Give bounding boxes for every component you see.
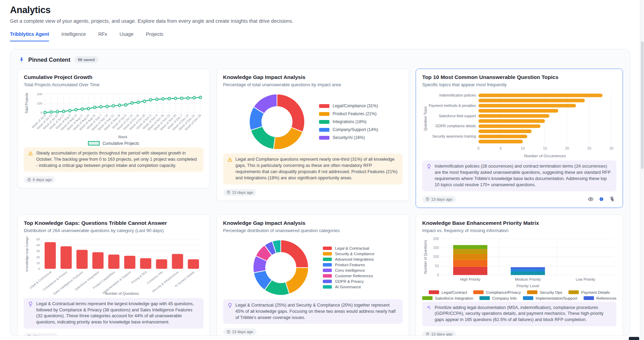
pin-icon	[19, 57, 24, 63]
bar[interactable]	[478, 124, 541, 128]
legend-item[interactable]: Legal/Contract	[429, 290, 467, 294]
donut-slice[interactable]	[274, 127, 303, 149]
bar[interactable]	[77, 250, 88, 269]
bar[interactable]	[92, 252, 103, 269]
legend-swatch	[323, 285, 332, 289]
timestamp-text: 13 days ago	[232, 330, 254, 334]
pinned-card[interactable]: Knowledge Gap Impact AnalysisPercentage …	[217, 214, 409, 336]
legend-item[interactable]: Security Ops	[527, 290, 562, 294]
legend-label: Cumulative Projects	[102, 141, 139, 146]
pinned-card[interactable]: Knowledge Base Enhancement Priority Matr…	[416, 214, 623, 336]
insight-box: Prioritize adding legal documentation (M…	[422, 302, 616, 327]
stack-segment[interactable]	[511, 269, 545, 272]
legend-item[interactable]: Advanced Integrations	[323, 257, 374, 261]
legend-item[interactable]: Payment Details	[568, 290, 610, 294]
donut-legend: Legal/Compliance (31%)Product Features (…	[319, 103, 378, 140]
bar[interactable]	[478, 140, 523, 143]
legend-item[interactable]: Implementation/Support	[523, 296, 577, 300]
bar[interactable]	[108, 254, 119, 269]
legend-swatch-cumulative-projects[interactable]	[88, 141, 100, 146]
bar[interactable]	[478, 93, 603, 97]
flower-button[interactable]	[597, 195, 606, 203]
svg-text:50: 50	[435, 264, 439, 268]
legend-item[interactable]: GDPR & Privacy	[323, 279, 374, 283]
bar[interactable]	[44, 242, 56, 269]
legend-item[interactable]: References	[584, 296, 616, 300]
scrollbar[interactable]	[640, 0, 644, 340]
legend-swatch	[323, 263, 332, 267]
legend-item[interactable]: Integrations (18%)	[319, 119, 378, 124]
donut-slice[interactable]	[251, 127, 275, 149]
bar[interactable]	[478, 99, 585, 102]
scrollbar-thumb[interactable]	[641, 41, 644, 169]
donut-slice[interactable]	[277, 94, 305, 132]
legend-item[interactable]: Security/AI (16%)	[319, 135, 378, 140]
stack-segment[interactable]	[511, 267, 545, 269]
legend-item[interactable]: Company Info	[479, 296, 517, 300]
pinned-card[interactable]: Cumulative Project GrowthTotal Projects …	[17, 69, 210, 188]
card-footer: 13 days ago	[24, 332, 204, 336]
bar[interactable]	[478, 109, 558, 112]
stack-segment[interactable]	[453, 254, 487, 260]
legend-item[interactable]: Customer References	[323, 274, 374, 278]
insight-text: Steady accumulation of projects througho…	[36, 150, 199, 169]
floating-widget[interactable]	[629, 337, 639, 340]
bar[interactable]	[478, 119, 545, 123]
bar[interactable]	[478, 130, 532, 133]
legend-swatch	[568, 290, 579, 294]
pinned-card[interactable]: Knowledge Gap Impact AnalysisPercentage …	[217, 69, 409, 201]
legend-label: Product Features	[335, 263, 365, 267]
legend-item[interactable]: Security & Compliance	[323, 252, 374, 256]
stack-segment[interactable]	[453, 245, 487, 249]
tab-intelligence[interactable]: Intelligence	[61, 31, 86, 41]
legend-item[interactable]: AI Governance	[323, 285, 374, 289]
svg-text:Week: Week	[118, 135, 127, 139]
stack-segment[interactable]	[453, 249, 487, 254]
donut-slice[interactable]	[286, 268, 309, 294]
legend-item[interactable]: Product Features	[323, 263, 374, 267]
legend-swatch	[429, 290, 439, 294]
svg-text:5: 5	[500, 147, 502, 150]
legend-item[interactable]: Salesforce Integration	[422, 296, 473, 300]
legend-swatch	[319, 128, 329, 132]
bar[interactable]	[478, 134, 527, 138]
bar[interactable]	[60, 246, 71, 269]
tab-tribblytics-agent[interactable]: Tribblytics Agent	[10, 31, 49, 41]
timestamp-badge: 13 days ago	[422, 196, 456, 203]
tab-projects[interactable]: Projects	[146, 31, 164, 41]
legend-item[interactable]: Product Features (21%)	[319, 111, 378, 116]
bar[interactable]	[156, 259, 167, 269]
bar[interactable]	[172, 254, 183, 269]
view-button[interactable]	[586, 195, 595, 203]
donut-slice[interactable]	[281, 240, 308, 268]
card-title: Knowledge Gap Impact Analysis	[223, 74, 403, 80]
tab-rfx[interactable]: RFx	[98, 31, 107, 41]
legend-item[interactable]: Company/Support (14%)	[319, 127, 378, 132]
stack-segment[interactable]	[453, 267, 487, 275]
legend-label: Security Ops	[540, 290, 562, 294]
stack-segment[interactable]	[511, 272, 545, 275]
sparkles-icon	[426, 305, 432, 310]
pinned-card[interactable]: Top Knowledge Gaps: Questions Tribble Ca…	[17, 214, 210, 336]
stack-segment[interactable]	[453, 260, 487, 267]
bar[interactable]	[478, 104, 576, 107]
bar[interactable]	[124, 256, 135, 269]
svg-text:Low Priority: Low Priority	[576, 277, 595, 281]
bar[interactable]	[188, 259, 199, 269]
legend-label: Company Info	[492, 296, 517, 300]
legend-item[interactable]: Compliance/Privacy	[473, 290, 521, 294]
legend-item[interactable]: Legal & Contractual	[323, 246, 374, 250]
svg-text:0: 0	[38, 267, 40, 271]
bar[interactable]	[478, 114, 549, 118]
bar[interactable]	[140, 258, 151, 269]
svg-text:0: 0	[477, 147, 479, 150]
legend-item[interactable]: Conv Intelligence	[323, 268, 374, 272]
flower-icon	[598, 196, 604, 202]
svg-text:30: 30	[610, 147, 614, 150]
pinned-card[interactable]: Top 10 Most Common Unanswerable Question…	[416, 69, 623, 208]
legend-item[interactable]: Legal/Compliance (31%)	[319, 103, 378, 108]
unpin-button[interactable]	[608, 195, 616, 203]
tab-usage[interactable]: Usage	[120, 31, 133, 41]
chart-area: 01020304050Legal & ContractualCompliance…	[24, 237, 204, 297]
stacked-bar-chart-canvas: 050100150200High PriorityMedium Priority…	[422, 237, 616, 289]
